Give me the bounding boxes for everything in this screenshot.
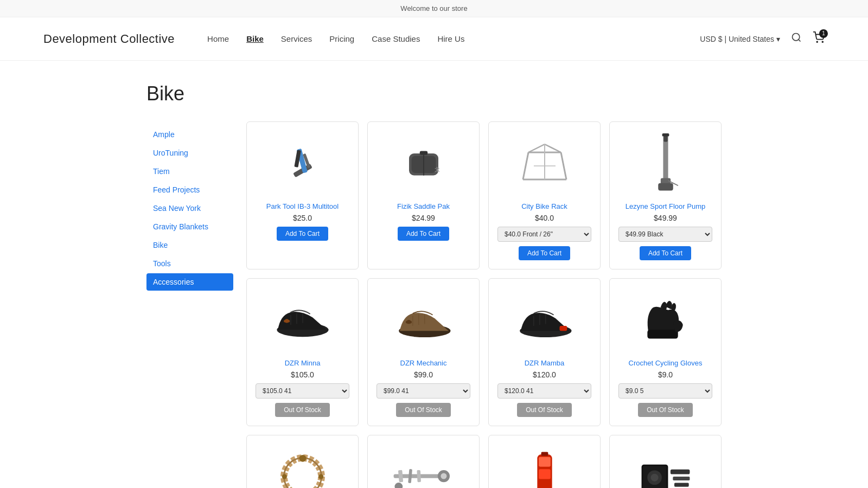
product-card: City Bike Rack$40.0$40.0 Front / 26"Add … [488,121,601,269]
product-price: $25.0 [293,214,312,222]
product-price: $105.0 [291,370,314,379]
add-to-cart-button[interactable]: Add To Cart [640,246,691,260]
nav-item-pricing[interactable]: Pricing [329,34,354,43]
svg-rect-68 [670,470,690,474]
nav-item-bike[interactable]: Bike [246,34,264,43]
product-card: Lezyne Sport Floor Pump$49.99$49.99 Blac… [609,121,722,269]
product-image-11 [618,444,712,488]
svg-point-46 [284,458,321,488]
product-card: DZR Mamba$120.0$120.0 41Out Of Stock [488,278,601,426]
header-right: USD $ | United States ▾ 1 [700,30,825,48]
svg-point-49 [282,474,286,479]
svg-line-15 [561,152,566,179]
search-button[interactable] [789,30,804,48]
product-card: DZR Minna$105.0$105.0 41Out Of Stock [246,278,359,426]
product-image-9 [376,444,470,488]
product-card: Rope Bracelet [246,435,359,488]
svg-rect-70 [674,483,689,487]
product-card: Bike Tool Bar [367,435,480,488]
product-variant-select[interactable]: $99.0 41 [376,383,470,399]
svg-rect-60 [539,469,551,479]
svg-point-0 [793,34,800,41]
svg-point-47 [299,455,306,462]
product-image-10 [497,444,591,488]
product-variant-select[interactable]: $40.0 Front / 26" [497,227,591,242]
svg-line-18 [545,144,561,152]
product-name[interactable]: DZR Mamba [525,359,565,367]
sidebar-item-feed-projects[interactable]: Feed Projects [146,181,233,198]
svg-rect-21 [663,136,668,181]
svg-rect-56 [417,470,421,482]
svg-point-57 [394,483,403,488]
header: Development Collective HomeBikeServicesP… [0,17,868,61]
svg-point-50 [318,474,323,479]
svg-rect-40 [559,326,567,331]
sidebar-item-tiem[interactable]: Tiem [146,163,233,180]
product-name[interactable]: Park Tool IB-3 Multitool [266,202,339,210]
product-image-4 [256,287,349,352]
product-variant-select[interactable]: $105.0 41 [256,383,349,399]
nav-item-services[interactable]: Services [281,34,312,43]
nav-item-hire-us[interactable]: Hire Us [437,34,464,43]
add-to-cart-button[interactable]: Add To Cart [277,227,328,241]
product-name[interactable]: Lezyne Sport Floor Pump [626,202,705,210]
product-name[interactable]: Crochet Cycling Gloves [629,359,703,367]
product-name[interactable]: DZR Mechanic [400,359,447,367]
svg-rect-11 [419,151,427,155]
product-price: $49.99 [654,214,677,222]
add-to-cart-button[interactable]: Add To Cart [519,246,570,260]
svg-rect-63 [541,452,548,456]
svg-line-1 [799,40,801,42]
sidebar-item-sea-new-york[interactable]: Sea New York [146,200,233,217]
nav-item-home[interactable]: Home [207,34,229,43]
out-of-stock-button: Out Of Stock [275,403,330,417]
svg-rect-44 [647,330,678,338]
product-variant-select[interactable]: $120.0 41 [497,383,591,399]
product-name[interactable]: DZR Minna [285,359,321,367]
sidebar: AmpleUroTuningTiemFeed ProjectsSea New Y… [146,121,233,488]
sidebar-item-tools[interactable]: Tools [146,255,233,272]
product-image-3 [618,131,712,196]
cart-badge: 1 [819,29,828,38]
main-nav: HomeBikeServicesPricingCase StudiesHire … [207,34,700,43]
product-card: Crochet Cycling Gloves$9.0$9.0 5Out Of S… [609,278,722,426]
page-content: Bike AmpleUroTuningTiemFeed ProjectsSea … [136,61,732,488]
svg-rect-23 [658,183,673,191]
sidebar-item-accessories[interactable]: Accessories [146,273,233,291]
logo[interactable]: Development Collective [43,32,175,46]
svg-rect-61 [539,481,551,488]
product-image-8 [256,444,349,488]
main-grid: AmpleUroTuningTiemFeed ProjectsSea New Y… [146,121,722,488]
sidebar-item-gravity-blankets[interactable]: Gravity Blankets [146,218,233,235]
sidebar-item-ample[interactable]: Ample [146,126,233,143]
product-variant-select[interactable]: $49.99 Black [618,227,712,242]
top-banner: Welcome to our store [0,0,868,17]
svg-rect-59 [539,457,551,467]
sidebar-item-urotuning[interactable]: UroTuning [146,144,233,162]
svg-line-17 [528,144,545,152]
nav-item-case-studies[interactable]: Case Studies [372,34,420,43]
product-image-6 [497,287,591,352]
svg-line-14 [523,152,528,179]
product-price: $120.0 [533,370,556,379]
product-card: Lezyne Kit [609,435,722,488]
svg-rect-54 [398,470,403,483]
product-variant-select[interactable]: $9.0 5 [618,383,712,399]
svg-point-2 [816,41,818,42]
add-to-cart-button[interactable]: Add To Cart [398,227,449,241]
page-title: Bike [146,82,722,105]
product-name[interactable]: City Bike Rack [521,202,567,210]
svg-text::k: :k [434,166,439,174]
svg-rect-69 [673,477,690,480]
svg-point-3 [822,41,823,42]
out-of-stock-button: Out Of Stock [517,403,572,417]
product-card: Red Light [488,435,601,488]
cart-button[interactable]: 1 [813,31,825,47]
sidebar-item-bike[interactable]: Bike [146,236,233,254]
chevron-down-icon: ▾ [776,35,780,43]
product-image-1: :k [376,131,470,196]
product-name[interactable]: Fizik Saddle Pak [397,202,450,210]
product-image-2 [497,131,591,196]
currency-selector[interactable]: USD $ | United States ▾ [700,35,780,43]
svg-rect-29 [284,320,290,323]
